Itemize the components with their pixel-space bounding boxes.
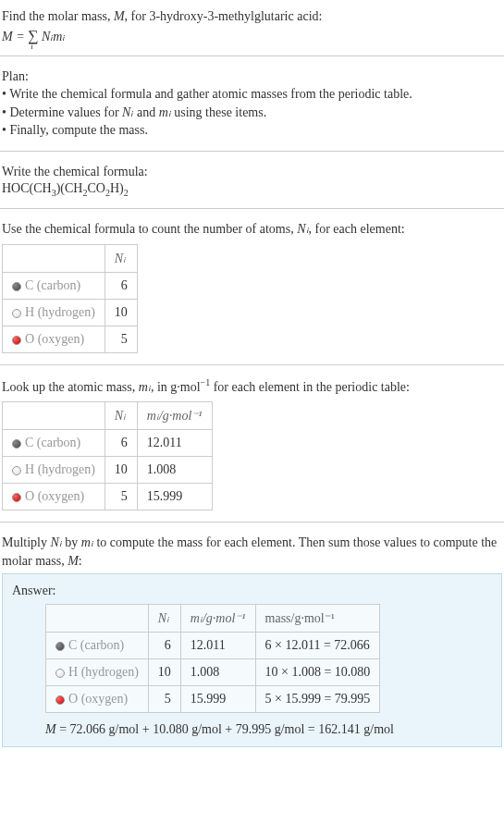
table-row: O (oxygen) 5 15.999 [3,484,213,510]
element-cell: O (oxygen) [3,326,105,352]
m-value: 1.008 [180,659,255,686]
header-m: mᵢ/g·mol⁻¹ [180,605,255,633]
m-value: 15.999 [137,484,212,510]
intro-suffix: , for 3-hydroxy-3-methylglutaric acid: [125,9,323,23]
dot-icon [55,669,65,678]
dot-icon [12,466,21,475]
multiply-section: Multiply Nᵢ by mᵢ to compute the mass fo… [0,530,504,751]
lookup-table: Nᵢ mᵢ/g·mol⁻¹ C (carbon) 6 12.011 H (hyd… [2,401,213,510]
n-value: 5 [148,686,180,713]
plan-item-1: • Write the chemical formula and gather … [2,85,502,104]
header-mass: mass/g·mol⁻¹ [255,605,380,633]
element-cell: C (carbon) [46,633,149,659]
table-row: O (oxygen) 5 15.999 5 × 15.999 = 79.995 [46,686,380,713]
divider [0,208,504,209]
n-value: 10 [148,659,180,686]
lookup-section: Look up the atomic mass, mᵢ, in g·mol−1 … [0,373,504,514]
header-n: Nᵢ [104,402,137,430]
formula-eq: = [13,30,28,43]
element-cell: H (hydrogen) [3,457,105,484]
dot-icon [12,493,21,502]
dot-icon [12,439,21,449]
table-header-row: Nᵢ mᵢ/g·mol⁻¹ [3,402,213,430]
chem-formula-title: Write the chemical formula: [2,163,502,181]
table-header-row: Nᵢ [3,244,138,272]
m-value: 12.011 [180,633,255,659]
header-empty [3,244,105,272]
sum-symbol: ∑i [28,28,38,43]
intro-section: Find the molar mass, M, for 3-hydroxy-3-… [0,4,504,48]
count-atoms-section: Use the chemical formula to count the nu… [0,216,504,357]
mass-value: 5 × 15.999 = 79.995 [255,686,380,713]
table-row: O (oxygen) 5 [3,326,138,352]
dot-icon [12,309,21,318]
plan-item-2: • Determine values for Nᵢ and mᵢ using t… [2,104,502,122]
n-value: 5 [104,484,137,510]
molar-mass-formula: M = ∑i Nᵢmᵢ [2,28,502,44]
header-n: Nᵢ [104,244,137,272]
table-row: H (hydrogen) 10 1.008 10 × 1.008 = 10.08… [46,659,380,686]
plan-item-3: • Finally, compute the mass. [2,121,502,140]
dot-icon [55,642,65,651]
dot-icon [12,282,21,291]
m-value: 15.999 [180,686,255,713]
formula-terms: Nᵢmᵢ [39,30,66,43]
chemical-formula-section: Write the chemical formula: HOC(CH3)(CH2… [0,159,504,201]
element-cell: O (oxygen) [46,686,149,713]
m-value: 12.011 [137,430,212,457]
plan-section: Plan: • Write the chemical formula and g… [0,64,504,143]
divider [0,55,504,56]
divider [0,364,504,365]
multiply-text: Multiply Nᵢ by mᵢ to compute the mass fo… [2,534,502,570]
count-title: Use the chemical formula to count the nu… [2,220,502,239]
header-n: Nᵢ [148,605,180,633]
answer-equation: M = 72.066 g/mol + 10.080 g/mol + 79.995… [45,722,492,737]
n-value: 6 [148,633,180,659]
m-value: 1.008 [137,457,212,484]
element-cell: H (hydrogen) [3,299,105,326]
header-m: mᵢ/g·mol⁻¹ [137,402,212,430]
table-row: H (hydrogen) 10 [3,299,138,326]
element-cell: O (oxygen) [3,484,105,510]
header-empty [46,605,149,633]
formula-lhs: M [2,30,13,43]
intro-prefix: Find the molar mass, [2,9,114,23]
count-table: Nᵢ C (carbon) 6 H (hydrogen) 10 O (oxyge… [2,244,138,353]
table-row: C (carbon) 6 12.011 [3,430,213,457]
n-value: 10 [104,299,137,326]
answer-label: Answer: [12,584,492,598]
header-empty [3,402,105,430]
n-value: 6 [104,430,137,457]
divider [0,522,504,522]
element-cell: C (carbon) [3,272,105,299]
table-row: C (carbon) 6 [3,272,138,299]
answer-box: Answer: Nᵢ mᵢ/g·mol⁻¹ mass/g·mol⁻¹ C (ca… [2,573,502,747]
table-row: H (hydrogen) 10 1.008 [3,457,213,484]
intro-var-m: M [114,9,125,23]
intro-text: Find the molar mass, M, for 3-hydroxy-3-… [2,7,502,26]
dot-icon [12,336,21,345]
mass-value: 10 × 1.008 = 10.080 [255,659,380,686]
answer-table: Nᵢ mᵢ/g·mol⁻¹ mass/g·mol⁻¹ C (carbon) 6 … [45,604,380,713]
lookup-title: Look up the atomic mass, mᵢ, in g·mol−1 … [2,376,502,396]
n-value: 10 [104,457,137,484]
n-value: 6 [104,272,137,299]
dot-icon [55,695,65,705]
table-row: C (carbon) 6 12.011 6 × 12.011 = 72.066 [46,633,380,659]
divider [0,151,504,152]
element-cell: C (carbon) [3,430,105,457]
n-value: 5 [104,326,137,352]
chem-formula-value: HOC(CH3)(CH2CO2H)2 [2,181,502,198]
plan-title: Plan: [2,68,502,86]
mass-value: 6 × 12.011 = 72.066 [255,633,380,659]
table-header-row: Nᵢ mᵢ/g·mol⁻¹ mass/g·mol⁻¹ [46,605,380,633]
element-cell: H (hydrogen) [46,659,149,686]
